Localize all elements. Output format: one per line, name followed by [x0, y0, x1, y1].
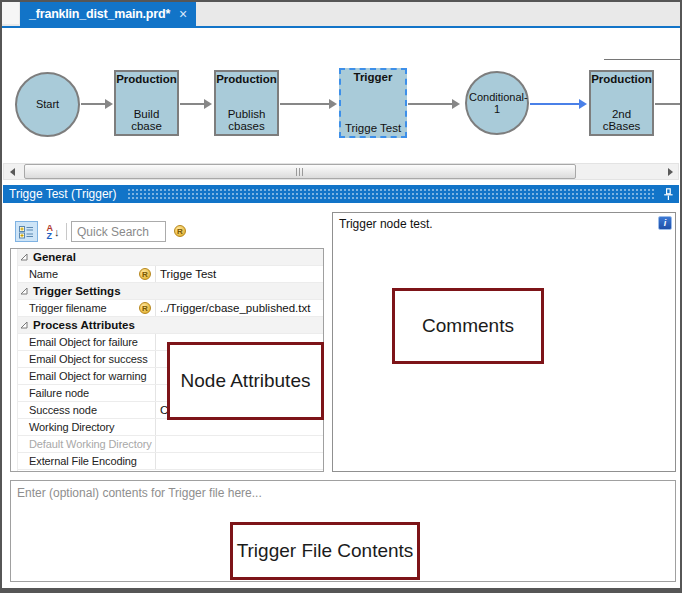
property-value[interactable] [155, 453, 323, 469]
node-production-2nd-cbases[interactable]: Production 2nd cBases [589, 70, 654, 136]
property-value[interactable] [155, 419, 323, 435]
property-row-trigger-filename[interactable]: Trigger filename R ../Trigger/cbase_publ… [17, 300, 323, 317]
grid-gutter [17, 249, 18, 471]
sort-az-icon: AZ [47, 224, 54, 240]
arrowhead-icon [329, 99, 337, 109]
categorized-view-icon [19, 225, 34, 239]
tab-franklin-dist-main[interactable]: _franklin_dist_main.prd* × [20, 2, 196, 26]
property-label: Email Object for warning [17, 370, 135, 382]
sort-arrow-icon: ↓ [54, 226, 60, 238]
quick-search-input[interactable] [71, 221, 166, 242]
category-row-trigger-settings[interactable]: Trigger Settings [17, 283, 323, 300]
category-label: Process Attributes [33, 319, 135, 331]
node-production-build-cbase[interactable]: Production Build cbase [114, 70, 179, 136]
property-label: Success node [17, 404, 135, 416]
scrollbar-thumb[interactable] [24, 164, 576, 179]
property-label: Trigger filename [17, 302, 135, 314]
node-type-label: Trigger [354, 71, 393, 83]
parameter-icon[interactable]: R [139, 268, 151, 280]
node-start[interactable]: Start [15, 72, 80, 137]
node-type-label: Production [116, 73, 177, 85]
edge-start-build [81, 103, 106, 105]
scroll-left-button[interactable] [4, 164, 20, 179]
tab-bar: _franklin_dist_main.prd* × [2, 2, 680, 28]
left-arrow-icon [10, 168, 15, 176]
property-label: Default Working Directory [17, 438, 135, 450]
node-attributes-callout: Node Attributes [167, 342, 324, 420]
category-label: General [33, 251, 76, 263]
node-label: Conditional-1 [469, 91, 525, 115]
sort-az-button[interactable]: AZ ↓ [42, 221, 64, 242]
toolbar-separator [66, 223, 67, 240]
edge-conditional-2ndcbases [530, 103, 580, 105]
parameter-icon[interactable]: R [174, 225, 186, 237]
property-value[interactable]: ../Trigger/cbase_published.txt [155, 300, 323, 316]
property-row-external-file-encoding[interactable]: External File Encoding [17, 453, 323, 470]
node-label: Start [36, 98, 59, 110]
edge-trigger-conditional [408, 103, 453, 105]
arrowhead-icon [105, 99, 113, 109]
right-arrow-icon [668, 168, 673, 176]
info-icon[interactable]: i [658, 216, 672, 230]
comments-text: Trigger node test. [339, 217, 433, 231]
property-label: Failure node [17, 387, 135, 399]
node-type-label: Production [591, 73, 652, 85]
scrollbar-grip-icon [296, 168, 305, 176]
edge-publish-trigger [280, 103, 330, 105]
arrowhead-icon [204, 99, 212, 109]
header-dotted-texture [127, 188, 655, 200]
trigger-file-contents-callout: Trigger File Contents [230, 522, 420, 580]
node-type-label: Production [216, 73, 277, 85]
node-label: Build cbase [117, 108, 176, 132]
collapse-icon [20, 287, 28, 295]
collapse-icon [20, 321, 28, 329]
edge-build-publish [180, 103, 205, 105]
node-production-publish-cbases[interactable]: Production Publish cbases [214, 70, 279, 136]
parameter-icon[interactable]: R [139, 302, 151, 314]
property-row-default-working-directory[interactable]: Default Working Directory [17, 436, 323, 453]
workflow-canvas[interactable]: Start Production Build cbase Production … [2, 60, 680, 162]
detail-panel-header: Trigge Test (Trigger) [3, 185, 679, 203]
arrowhead-icon [452, 99, 460, 109]
property-value[interactable]: Trigge Test [155, 266, 323, 282]
collapse-icon [20, 253, 28, 261]
property-label: Name [17, 268, 135, 280]
category-label: Trigger Settings [33, 285, 121, 297]
property-label: Email Object for success [17, 353, 135, 365]
node-label: Publish cbases [221, 108, 273, 132]
detail-panel-title: Trigge Test (Trigger) [9, 187, 117, 201]
property-row-working-directory[interactable]: Working Directory [17, 419, 323, 436]
node-conditional-1[interactable]: Conditional-1 [465, 71, 529, 135]
edge-outgoing [655, 103, 682, 105]
tab-close-icon[interactable]: × [179, 7, 187, 21]
comments-callout: Comments [392, 288, 544, 364]
node-trigger-trigge-test[interactable]: Trigger Trigge Test [339, 68, 407, 138]
canvas-toolbar: − + Configuration: [2, 28, 680, 60]
scroll-right-button[interactable] [662, 164, 678, 179]
canvas-horizontal-scrollbar[interactable] [3, 163, 679, 180]
tab-label: _franklin_dist_main.prd* [29, 7, 170, 21]
category-row-general[interactable]: General [17, 249, 323, 266]
category-row-process-attributes[interactable]: Process Attributes [17, 317, 323, 334]
categorized-view-button[interactable] [15, 221, 38, 242]
node-label: 2nd cBases [592, 108, 651, 132]
property-label: Working Directory [17, 421, 135, 433]
tabbar-corner [2, 2, 19, 24]
app-window: _franklin_dist_main.prd* × − + Configura… [0, 0, 682, 593]
property-row-name[interactable]: Name R Trigge Test [17, 266, 323, 283]
arrowhead-icon [579, 99, 587, 109]
property-label: Email Object for failure [17, 336, 135, 348]
property-label: External File Encoding [17, 455, 135, 467]
pin-icon[interactable] [663, 188, 674, 201]
property-value [155, 436, 323, 452]
node-label: Trigge Test [345, 122, 401, 134]
